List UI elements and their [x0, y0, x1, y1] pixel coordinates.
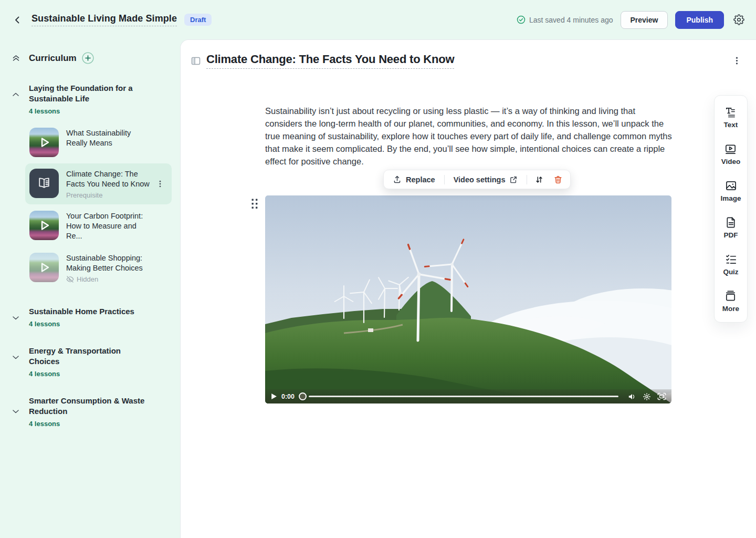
section-home-practices: Sustainable Home Practices 4 lessons [0, 306, 180, 328]
external-link-icon [509, 175, 518, 184]
toolbar-divider [527, 175, 527, 184]
section-title[interactable]: Laying the Foundation for a Sustainable … [29, 83, 150, 104]
palette-item-label: Text [724, 121, 738, 129]
playback-time: 0:00 [281, 393, 295, 400]
play-icon [29, 128, 59, 157]
section-title[interactable]: Sustainable Home Practices [29, 306, 134, 317]
progress-track[interactable] [309, 396, 618, 397]
video-thumbnail [29, 253, 59, 282]
chevron-up-icon [12, 90, 20, 99]
add-text-block-button[interactable]: Text [724, 106, 738, 129]
section-title[interactable]: Energy & Transportation Choices [29, 346, 150, 367]
lesson-menu-button[interactable] [730, 54, 743, 67]
play-button[interactable] [270, 393, 277, 400]
lesson-title: Climate Change: The Facts You Need to Kn… [66, 169, 153, 189]
eye-off-icon [66, 275, 74, 283]
section-laying-the-foundation: Laying the Foundation for a Sustainable … [0, 83, 180, 115]
reorder-block-button[interactable] [530, 172, 548, 188]
upload-icon [393, 175, 402, 184]
lesson-list: What Sustainability Really Means Climate… [0, 122, 180, 288]
lesson-intro-paragraph[interactable]: Sustainability isn’t just about recyclin… [265, 105, 673, 168]
course-title[interactable]: Sustainable Living Made Simple [32, 13, 177, 26]
video-thumbnail [29, 128, 59, 157]
section-expand-button[interactable] [12, 353, 20, 361]
wind-farm-video-frame [265, 195, 671, 404]
video-icon [724, 143, 737, 155]
chevron-down-icon [12, 314, 20, 322]
video-settings-label: Video settings [454, 175, 506, 184]
add-pdf-block-button[interactable]: PDF [724, 216, 738, 239]
settings-button[interactable] [731, 12, 747, 27]
section-lesson-count: 4 lessons [29, 107, 150, 115]
palette-item-label: Video [721, 158, 741, 165]
reading-tile [29, 169, 59, 198]
add-quiz-block-button[interactable]: Quiz [723, 253, 738, 276]
lesson-menu-button[interactable] [156, 180, 164, 188]
more-blocks-button[interactable]: More [722, 290, 739, 313]
toolbar-divider [444, 175, 445, 184]
lesson-item-what-sustainability[interactable]: What Sustainability Really Means [25, 122, 172, 162]
more-icon [724, 290, 737, 302]
section-smarter-consumption: Smarter Consumption & Waste Reduction 4 … [0, 396, 180, 428]
saved-check-icon [517, 15, 526, 24]
status-badge: Draft [184, 14, 212, 26]
toggle-sidebar-button[interactable] [191, 56, 201, 66]
lesson-badge-text: Hidden [77, 275, 98, 283]
play-icon [29, 253, 59, 282]
video-player[interactable]: 0:00 [265, 195, 671, 404]
chevron-down-icon [12, 353, 20, 361]
block-palette: Text Video Image PDF Quiz More [714, 95, 748, 323]
back-button[interactable] [10, 13, 24, 27]
image-icon [725, 180, 737, 192]
collapse-all-icon [12, 54, 20, 63]
lesson-item-carbon-footprint[interactable]: Your Carbon Footprint: How to Measure an… [25, 205, 172, 246]
save-status: Last saved 4 minutes ago [517, 15, 613, 24]
curriculum-sidebar: Curriculum Laying the Foundation for a S… [0, 39, 180, 538]
drag-grip-icon[interactable] [249, 196, 260, 212]
publish-button[interactable]: Publish [675, 11, 724, 29]
section-lesson-count: 4 lessons [29, 370, 150, 378]
video-settings-button[interactable]: Video settings [448, 172, 524, 187]
palette-item-label: PDF [724, 231, 738, 239]
top-bar: Sustainable Living Made Simple Draft Las… [0, 0, 756, 39]
pdf-icon [725, 216, 737, 229]
video-thumbnail [29, 211, 59, 240]
lesson-item-sustainable-shopping[interactable]: Sustainable Shopping: Making Better Choi… [25, 247, 172, 288]
palette-item-label: Quiz [723, 268, 738, 276]
section-energy-transportation: Energy & Transportation Choices 4 lesson… [0, 346, 180, 378]
add-image-block-button[interactable]: Image [720, 180, 741, 202]
section-collapse-button[interactable] [12, 90, 20, 99]
lesson-badge: Prerequisite [66, 191, 153, 199]
lesson-page-title[interactable]: Climate Change: The Facts You Need to Kn… [206, 53, 454, 69]
chevron-down-icon [12, 407, 20, 416]
section-expand-button[interactable] [12, 407, 20, 416]
add-video-block-button[interactable]: Video [721, 143, 741, 165]
curriculum-title: Curriculum [29, 53, 77, 64]
video-controls-bar: 0:00 [265, 389, 671, 404]
palette-item-label: More [722, 305, 739, 313]
volume-icon[interactable] [628, 393, 636, 400]
move-up-down-icon [534, 175, 544, 184]
lesson-item-climate-change[interactable]: Climate Change: The Facts You Need to Kn… [25, 163, 172, 204]
lesson-badge: Hidden [66, 275, 153, 283]
fullscreen-icon[interactable] [657, 392, 666, 400]
collapse-all-button[interactable] [12, 54, 20, 63]
preview-button[interactable]: Preview [621, 11, 668, 29]
lesson-title: Your Carbon Footprint: How to Measure an… [66, 211, 153, 241]
section-lesson-count: 4 lessons [29, 320, 134, 328]
section-lesson-count: 4 lessons [29, 420, 150, 428]
palette-item-label: Image [720, 194, 741, 202]
chevron-left-icon [13, 15, 22, 25]
replace-label: Replace [406, 175, 435, 184]
section-title[interactable]: Smarter Consumption & Waste Reduction [29, 396, 150, 417]
kebab-icon [732, 56, 741, 65]
add-section-button[interactable] [82, 52, 94, 64]
lesson-editor-panel: Climate Change: The Facts You Need to Kn… [180, 39, 756, 538]
replace-video-button[interactable]: Replace [387, 172, 441, 187]
delete-block-button[interactable] [549, 172, 567, 188]
open-book-icon [36, 175, 52, 191]
scrubber-handle[interactable] [299, 392, 307, 400]
text-icon [724, 106, 737, 118]
section-expand-button[interactable] [12, 314, 20, 322]
player-settings-icon[interactable] [643, 392, 651, 401]
